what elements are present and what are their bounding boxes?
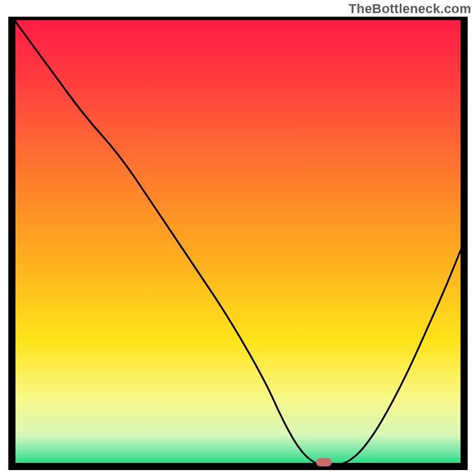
gradient-background	[12, 17, 464, 466]
chart-container: TheBottleneck.com	[0, 0, 476, 476]
watermark-text: TheBottleneck.com	[349, 1, 471, 17]
optimum-marker	[316, 458, 331, 466]
chart-svg	[8, 17, 468, 470]
